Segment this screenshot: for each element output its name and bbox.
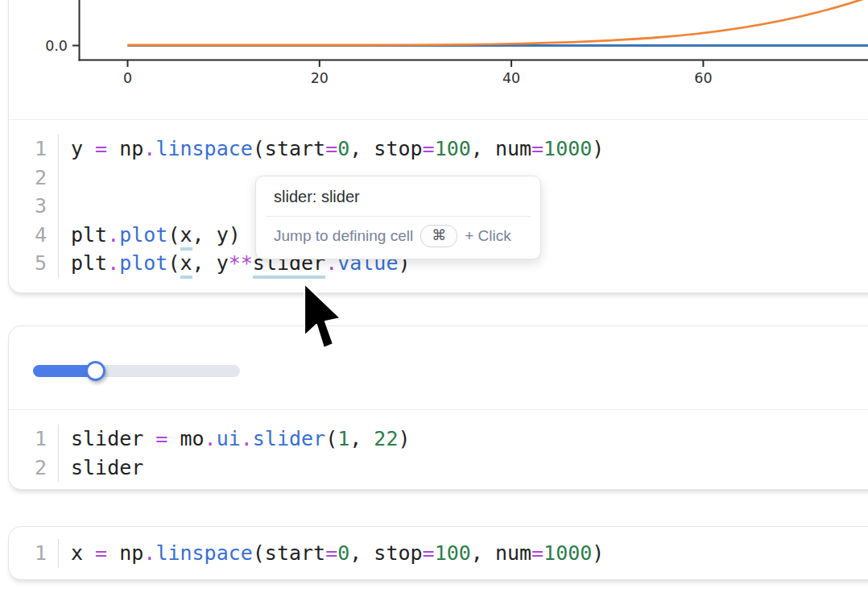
code-token: mo — [167, 427, 204, 450]
command-key-icon: ⌘ — [420, 225, 457, 247]
code-token: , num — [471, 137, 531, 160]
code-editor[interactable]: 1 x = np.linspace(start=0, stop=100, num… — [9, 527, 868, 579]
code-token: , y) — [192, 223, 241, 247]
cell-x: 1 x = np.linspace(start=0, stop=100, num… — [8, 526, 868, 580]
code-token: , num — [471, 541, 531, 565]
code-token: 100 — [435, 137, 471, 160]
line-numbers: 1 — [9, 539, 59, 568]
jump-to-defining-cell-label[interactable]: Jump to defining cell — [274, 227, 413, 245]
code-line[interactable]: slider = mo.ui.slider(1, 22) — [71, 425, 868, 454]
code-line[interactable]: slider — [71, 454, 868, 483]
code-token: , stop — [349, 541, 422, 565]
code-token: x — [71, 541, 95, 565]
code-token: (start — [253, 137, 325, 160]
line-number: 1 — [9, 539, 47, 568]
notebook: 0.0 0 20 40 60 12345 y = np.linspace(sta… — [0, 0, 868, 601]
code-token: , y — [192, 251, 229, 275]
tooltip-click-hint: + Click — [465, 227, 511, 245]
code-token: slider — [253, 427, 325, 450]
code-token: ) — [592, 541, 604, 565]
code-token: linspace — [155, 137, 252, 160]
code-token: plot — [119, 223, 167, 247]
line-number: 5 — [9, 249, 47, 278]
line-number: 2 — [9, 164, 47, 193]
line-numbers: 12 — [9, 425, 59, 482]
code-token: ) — [398, 427, 410, 450]
code-token: plt — [71, 223, 107, 247]
code-token: . — [205, 427, 217, 450]
variable-reference[interactable]: x — [180, 251, 192, 279]
code-token: 100 — [435, 541, 471, 565]
code-editor[interactable]: 12 slider = mo.ui.slider(1, 22)slider — [9, 410, 868, 490]
code-token: 1000 — [544, 137, 592, 160]
code-token: = — [531, 137, 544, 160]
variable-tooltip: slider: slider Jump to defining cell ⌘ +… — [255, 176, 541, 259]
slider-track[interactable] — [33, 365, 240, 377]
slider-thumb[interactable] — [85, 361, 105, 381]
code-token: = — [423, 541, 435, 565]
cell-slider: 12 slider = mo.ui.slider(1, 22)slider — [8, 325, 868, 490]
code-token: plt — [71, 251, 107, 275]
code-token: 1 — [337, 427, 349, 450]
code-token: np — [107, 541, 143, 565]
code-token: 1000 — [544, 541, 592, 565]
code-token: , — [349, 427, 374, 450]
code-line[interactable]: x = np.linspace(start=0, stop=100, num=1… — [71, 539, 868, 568]
code-lines[interactable]: x = np.linspace(start=0, stop=100, num=1… — [59, 539, 868, 568]
code-token: ui — [217, 427, 241, 450]
code-token: slider — [71, 456, 143, 479]
code-token: ) — [592, 137, 604, 160]
line-series-orange — [128, 0, 868, 45]
code-lines[interactable]: slider = mo.ui.slider(1, 22)slider — [59, 425, 868, 482]
code-token: = — [325, 541, 337, 565]
code-token: = — [95, 541, 107, 565]
x-tick-label: 20 — [311, 70, 329, 86]
code-line[interactable]: y = np.linspace(start=0, stop=100, num=1… — [71, 135, 868, 164]
matplotlib-figure: 0.0 0 20 40 60 — [9, 0, 868, 119]
x-tick-label: 40 — [502, 70, 520, 86]
code-token: = — [423, 137, 435, 160]
variable-reference[interactable]: x — [180, 223, 192, 251]
code-token: . — [107, 223, 119, 247]
code-token: = — [155, 427, 167, 450]
line-number: 1 — [9, 425, 47, 454]
code-token: = — [325, 137, 337, 160]
code-token: 22 — [374, 427, 398, 450]
code-token: ** — [229, 251, 253, 275]
y-tick-label: 0.0 — [45, 38, 68, 54]
line-numbers: 12345 — [9, 135, 59, 278]
line-number: 1 — [9, 135, 47, 164]
code-token: ( — [325, 427, 337, 450]
line-number: 4 — [9, 221, 47, 250]
code-token: (start — [253, 541, 325, 565]
code-token: linspace — [155, 541, 252, 565]
code-token: . — [107, 251, 119, 275]
code-token: . — [143, 137, 155, 160]
code-token: 0 — [337, 137, 349, 160]
code-token: ( — [167, 223, 180, 247]
code-token: . — [143, 541, 155, 565]
code-token: slider — [71, 427, 155, 450]
code-token: . — [241, 427, 253, 450]
code-token: np — [107, 137, 143, 160]
code-token: y — [71, 137, 95, 160]
x-tick-label: 60 — [694, 70, 712, 86]
code-token: = — [95, 137, 107, 160]
plot-output: 0.0 0 20 40 60 — [9, 0, 868, 119]
code-token: , stop — [349, 137, 422, 160]
code-token: ( — [167, 251, 180, 275]
tooltip-title: slider: slider — [256, 176, 540, 216]
code-token: 0 — [337, 541, 349, 565]
line-number: 3 — [9, 192, 47, 221]
x-tick-label: 0 — [123, 70, 132, 86]
code-token: = — [531, 541, 544, 565]
code-token: plot — [119, 251, 167, 275]
slider-output — [9, 326, 868, 409]
line-number: 2 — [9, 454, 47, 483]
